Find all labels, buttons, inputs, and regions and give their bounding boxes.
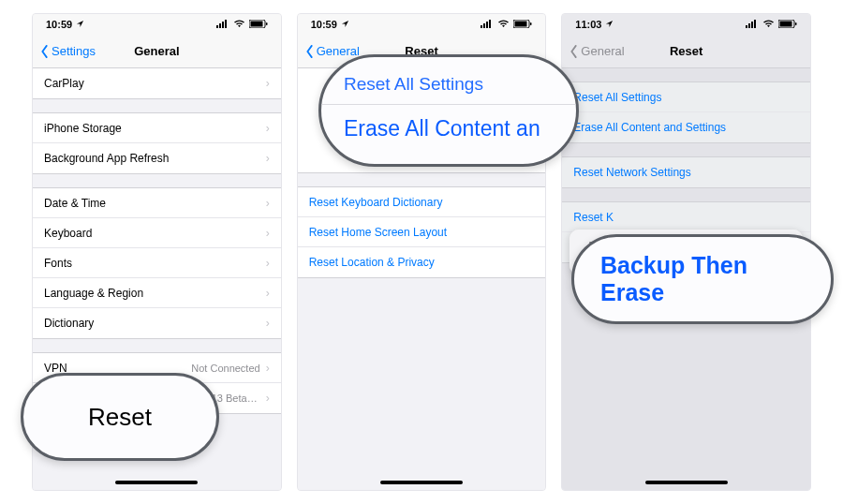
svg-rect-3 (225, 20, 227, 28)
svg-rect-8 (483, 23, 485, 28)
home-indicator (115, 481, 198, 484)
svg-rect-19 (780, 22, 792, 27)
row-reset-network-settings: Reset Network Settings (562, 157, 810, 187)
page-title: Reset (670, 44, 702, 58)
svg-rect-2 (222, 22, 224, 28)
row-keyboard[interactable]: Keyboard › (33, 218, 281, 248)
svg-rect-17 (754, 20, 756, 28)
location-arrow-icon (76, 19, 84, 30)
back-button[interactable]: Settings (40, 35, 96, 67)
svg-rect-12 (515, 22, 527, 27)
row-carplay[interactable]: CarPlay › (33, 68, 281, 98)
location-arrow-icon (341, 19, 349, 30)
chevron-right-icon: › (266, 77, 270, 90)
status-time: 10:59 (46, 19, 72, 30)
wifi-icon (762, 19, 775, 30)
location-arrow-icon (605, 19, 614, 30)
chevron-right-icon: › (266, 122, 270, 135)
wifi-icon (497, 19, 510, 30)
callout-backup-then-erase-label: Backup Then Erase (574, 237, 831, 321)
callout-row-erase-all-content: Erase All Content an (321, 105, 576, 145)
callout-row-reset-all-settings: Reset All Settings (321, 70, 576, 105)
row-reset-keyboard-partial: Reset K (562, 202, 810, 232)
chevron-right-icon: › (266, 317, 270, 330)
chevron-right-icon: › (266, 257, 270, 270)
back-label: General (317, 44, 360, 58)
status-bar: 11:03 (562, 14, 810, 35)
row-date-time[interactable]: Date & Time › (33, 188, 281, 218)
svg-rect-5 (250, 22, 262, 27)
back-label: General (581, 44, 624, 58)
signal-icon (746, 19, 759, 30)
page-title: General (134, 44, 179, 58)
svg-rect-13 (530, 22, 532, 25)
home-indicator (645, 481, 728, 484)
home-indicator (380, 481, 463, 484)
svg-rect-1 (219, 23, 221, 28)
signal-icon (216, 19, 229, 30)
svg-rect-14 (746, 25, 747, 28)
battery-icon (778, 19, 797, 30)
chevron-right-icon: › (266, 227, 270, 240)
status-time: 10:59 (311, 19, 337, 30)
row-bg-refresh[interactable]: Background App Refresh › (33, 143, 281, 173)
chevron-right-icon: › (266, 197, 270, 210)
signal-icon (481, 19, 494, 30)
callout-backup-then-erase: Backup Then Erase (571, 234, 834, 324)
status-bar: 10:59 (298, 14, 546, 35)
battery-icon (513, 19, 532, 30)
svg-rect-0 (216, 25, 218, 28)
vpn-detail: Not Connected (191, 363, 259, 374)
row-reset-keyboard-dictionary[interactable]: Reset Keyboard Dictionary (298, 187, 546, 217)
svg-rect-16 (751, 22, 753, 28)
row-reset-all-settings: Reset All Settings (562, 82, 810, 112)
row-iphone-storage[interactable]: iPhone Storage › (33, 113, 281, 143)
callout-reset-label: Reset (23, 376, 216, 458)
svg-rect-6 (266, 22, 268, 25)
svg-rect-9 (486, 22, 488, 28)
callout-erase-all-content: Reset All Settings Erase All Content an (318, 54, 579, 167)
row-dictionary[interactable]: Dictionary › (33, 308, 281, 338)
svg-rect-20 (795, 22, 797, 25)
chevron-right-icon: › (266, 392, 270, 405)
back-button: General (569, 35, 624, 67)
status-time: 11:03 (575, 19, 601, 30)
status-bar: 10:59 (33, 14, 281, 35)
row-language-region[interactable]: Language & Region › (33, 278, 281, 308)
row-reset-location-privacy[interactable]: Reset Location & Privacy (298, 247, 546, 277)
row-reset-home-screen-layout[interactable]: Reset Home Screen Layout (298, 217, 546, 247)
wifi-icon (233, 19, 245, 30)
svg-rect-10 (489, 20, 491, 28)
svg-rect-15 (748, 23, 750, 28)
callout-reset: Reset (21, 373, 219, 461)
chevron-right-icon: › (266, 287, 270, 300)
row-fonts[interactable]: Fonts › (33, 248, 281, 278)
svg-rect-7 (481, 25, 482, 28)
row-erase-all-content: Erase All Content and Settings (562, 112, 810, 142)
nav-bar: Settings General (33, 35, 281, 68)
chevron-right-icon: › (266, 152, 270, 165)
battery-icon (249, 19, 268, 30)
nav-bar: General Reset (562, 35, 810, 68)
chevron-right-icon: › (266, 362, 270, 375)
back-label: Settings (52, 44, 96, 58)
